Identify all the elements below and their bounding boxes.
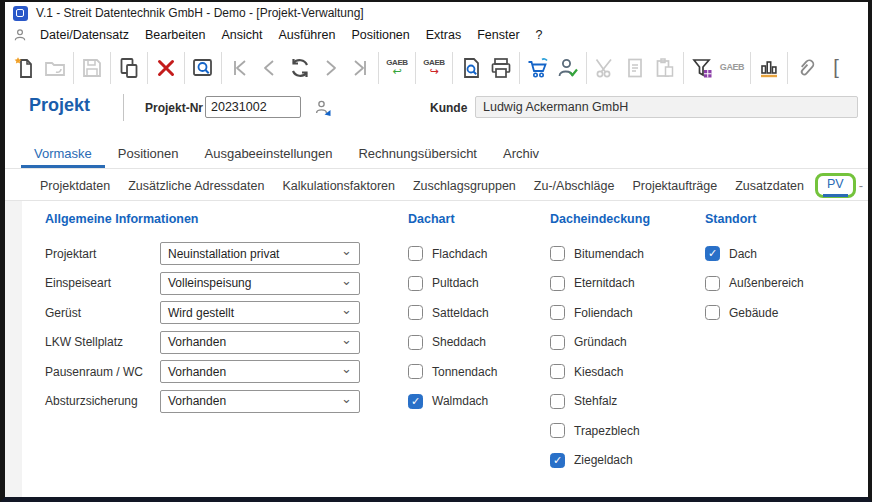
menu-datei-datensatz[interactable]: Datei/Datensatz (32, 26, 137, 44)
checkbox[interactable] (705, 305, 720, 320)
checkbox[interactable] (550, 423, 565, 438)
save-button[interactable] (77, 52, 107, 84)
new-record-button[interactable] (10, 52, 40, 84)
refresh-button[interactable] (285, 52, 315, 84)
copy-record-button[interactable] (114, 52, 144, 84)
gaeb-import-button[interactable]: GAEB↩ (382, 52, 412, 84)
allgemeine-informationen-section: Allgemeine Informationen Projektart Neui… (45, 212, 360, 416)
copy-document-button[interactable] (620, 52, 650, 84)
toolbar: GAEB↩ GAEB↪ (5, 46, 868, 89)
checkbox-option-bitumendach[interactable]: Bitumendach (550, 239, 650, 269)
chevron-down-icon: ⌄ (341, 394, 352, 404)
statistics-button[interactable] (754, 52, 784, 84)
checkbox-option-gebaeude[interactable]: Gebäude (705, 298, 804, 328)
checkbox-option-walmdach[interactable]: Walmdach (408, 387, 497, 417)
chevron-down-icon: ⌄ (341, 276, 352, 286)
first-record-button[interactable] (225, 52, 255, 84)
checkbox[interactable] (550, 453, 565, 468)
menu-ansicht[interactable]: Ansicht (213, 26, 270, 44)
checkbox[interactable] (550, 364, 565, 379)
tab-zu-abschlaege[interactable]: Zu-/Abschläge (525, 172, 624, 199)
next-record-button[interactable] (315, 52, 345, 84)
checkbox-option-satteldach[interactable]: Satteldach (408, 298, 497, 328)
absturzsicherung-dropdown[interactable]: Vorhanden⌄ (160, 390, 360, 413)
einspeiseart-dropdown[interactable]: Volleinspeisung⌄ (160, 272, 360, 295)
checkbox-option-sheddach[interactable]: Sheddach (408, 328, 497, 358)
app-icon (13, 6, 28, 21)
paste-button[interactable] (650, 52, 680, 84)
dachart-section: Dachart Flachdach Pultdach Satteldach Sh… (408, 212, 497, 416)
checkbox-option-dach[interactable]: Dach (705, 239, 804, 269)
checkbox-option-trapezblech[interactable]: Trapezblech (550, 416, 650, 446)
checkbox[interactable] (408, 305, 423, 320)
delete-record-button[interactable] (151, 52, 181, 84)
tab-vormaske[interactable]: Vormaske (21, 139, 105, 168)
checkbox[interactable] (550, 394, 565, 409)
pausenraum-wc-dropdown[interactable]: Vorhanden⌄ (160, 360, 360, 383)
checkbox-option-kiesdach[interactable]: Kiesdach (550, 357, 650, 387)
checkbox[interactable] (550, 335, 565, 350)
last-record-button[interactable] (345, 52, 375, 84)
toolbar-separator (378, 52, 379, 84)
tab-zusatzdaten[interactable]: Zusatzdaten (726, 172, 813, 199)
toolbar-separator (586, 52, 587, 84)
tab-pv[interactable]: PV (823, 173, 848, 197)
checkbox[interactable] (408, 364, 423, 379)
tab-zuschlagsgruppen[interactable]: Zuschlagsgruppen (404, 172, 525, 199)
checkbox[interactable] (550, 305, 565, 320)
menu-ausfuehren[interactable]: Ausführen (270, 26, 343, 44)
open-record-button[interactable] (40, 52, 70, 84)
projekt-nr-input[interactable] (205, 96, 301, 118)
checkbox-option-pultdach[interactable]: Pultdach (408, 269, 497, 299)
gaeb-button[interactable]: GAEB (717, 52, 747, 84)
checkbox-option-eternitdach[interactable]: Eternitdach (550, 269, 650, 299)
project-lookup-icon[interactable] (314, 98, 332, 116)
checkbox[interactable] (705, 246, 720, 261)
customer-check-button[interactable] (553, 52, 583, 84)
checkbox-option-gruendach[interactable]: Gründach (550, 328, 650, 358)
previous-record-button[interactable] (255, 52, 285, 84)
tab-ausgabeeinstellungen[interactable]: Ausgabeeinstellungen (192, 139, 346, 168)
tab-archiv[interactable]: Archiv (490, 139, 552, 168)
form-row: Projektart Neuinstallation privat⌄ (45, 239, 360, 269)
cut-button[interactable] (590, 52, 620, 84)
tab-zusaetzliche-adressdaten[interactable]: Zusätzliche Adressdaten (119, 172, 273, 199)
checkbox-option-flachdach[interactable]: Flachdach (408, 239, 497, 269)
lkw-stellplatz-dropdown[interactable]: Vorhanden⌄ (160, 331, 360, 354)
checkbox-option-tonnendach[interactable]: Tonnendach (408, 357, 497, 387)
tab-projektauftraege[interactable]: Projektaufträge (623, 172, 726, 199)
window-list-button[interactable]: [ (821, 52, 851, 84)
checkbox-option-stehfalz[interactable]: Stehfalz (550, 387, 650, 417)
attachment-button[interactable] (791, 52, 821, 84)
checkbox[interactable] (550, 246, 565, 261)
projektart-dropdown[interactable]: Neuinstallation privat⌄ (160, 242, 360, 265)
menu-positionen[interactable]: Positionen (343, 26, 417, 44)
checkbox-option-aussenbereich[interactable]: Außenbereich (705, 269, 804, 299)
search-record-button[interactable] (188, 52, 218, 84)
menu-fenster[interactable]: Fenster (469, 26, 527, 44)
order-sync-button[interactable] (523, 52, 553, 84)
menu-bearbeiten[interactable]: Bearbeiten (137, 26, 213, 44)
kunde-label: Kunde (430, 101, 467, 115)
absturzsicherung-label: Absturzsicherung (45, 394, 160, 408)
tab-rechnungsuebersicht[interactable]: Rechnungsübersicht (345, 139, 490, 168)
checkbox-option-foliendach[interactable]: Foliendach (550, 298, 650, 328)
checkbox[interactable] (705, 276, 720, 291)
menu-help[interactable]: ? (528, 26, 551, 44)
checkbox[interactable] (408, 394, 423, 409)
geruest-dropdown[interactable]: Wird gestellt⌄ (160, 301, 360, 324)
checkbox[interactable] (550, 276, 565, 291)
tab-projektdaten[interactable]: Projektdaten (31, 172, 119, 199)
filter-button[interactable] (687, 52, 717, 84)
checkbox-option-ziegeldach[interactable]: Ziegeldach (550, 446, 650, 476)
print-button[interactable] (486, 52, 516, 84)
print-preview-button[interactable] (456, 52, 486, 84)
checkbox[interactable] (408, 335, 423, 350)
tab-positionen[interactable]: Positionen (105, 139, 192, 168)
tab-kalkulationsfaktoren[interactable]: Kalkulationsfaktoren (273, 172, 404, 199)
checkbox[interactable] (408, 276, 423, 291)
section-heading: Dachart (408, 212, 497, 226)
menu-extras[interactable]: Extras (418, 26, 469, 44)
checkbox[interactable] (408, 246, 423, 261)
gaeb-export-button[interactable]: GAEB↪ (419, 52, 449, 84)
